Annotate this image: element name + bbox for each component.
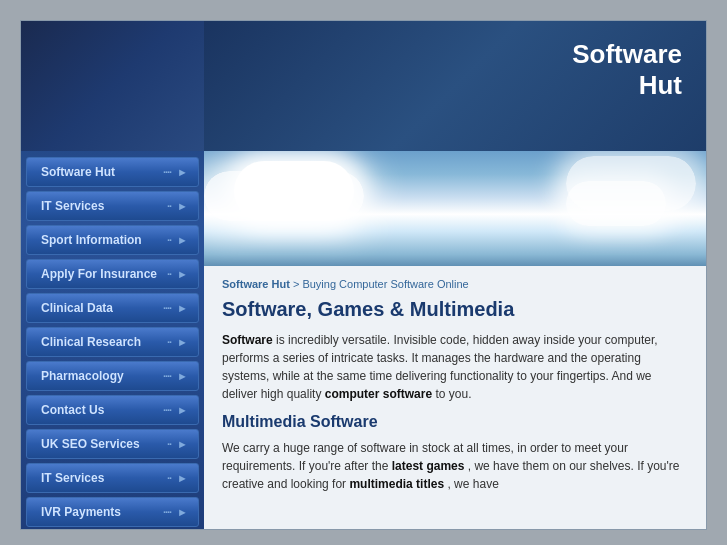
sidebar-item-uk-seo-services[interactable]: UK SEO Services ·· ►: [26, 429, 199, 459]
sidebar-item-dots-arrow: ···· ►: [163, 166, 188, 178]
section-title-multimedia: Multimedia Software: [222, 413, 688, 431]
sidebar-item-label: Contact Us: [41, 403, 104, 417]
sidebar-item-label: Clinical Data: [41, 301, 113, 315]
sidebar-item-it-services-2[interactable]: IT Services ·· ►: [26, 463, 199, 493]
sidebar-item-label: Software Hut: [41, 165, 115, 179]
sidebar-item-label: Apply For Insurance: [41, 267, 157, 281]
sidebar-item-dots-arrow: ···· ►: [163, 302, 188, 314]
breadcrumb-current: Buying Computer Software Online: [302, 278, 468, 290]
breadcrumb-separator: >: [293, 278, 299, 290]
header-title: Software Hut: [572, 39, 682, 101]
header-banner: Software Hut: [204, 21, 706, 151]
body-paragraph-2: We carry a huge range of software in sto…: [222, 439, 688, 493]
sidebar-item-label: Clinical Research: [41, 335, 141, 349]
page-title: Software, Games & Multimedia: [222, 298, 688, 321]
breadcrumb-link[interactable]: Software Hut: [222, 278, 290, 290]
sidebar-item-pharmacology[interactable]: Pharmacology ···· ►: [26, 361, 199, 391]
cloud-decoration-3: [566, 156, 696, 211]
page-wrapper: Software Hut ···· ► IT Services ·· ► Spo…: [20, 20, 707, 530]
sidebar-item-contact-us[interactable]: Contact Us ···· ►: [26, 395, 199, 425]
sidebar-item-ivr-payments[interactable]: IVR Payments ···· ►: [26, 497, 199, 527]
sidebar-item-dots-arrow: ·· ►: [167, 200, 188, 212]
computer-software-bold: computer software: [325, 387, 432, 401]
sidebar-item-dots-arrow: ·· ►: [167, 234, 188, 246]
sidebar-item-clinical-research[interactable]: Clinical Research ·· ►: [26, 327, 199, 357]
sidebar-item-label: IT Services: [41, 199, 104, 213]
sidebar-item-label: IVR Payments: [41, 505, 121, 519]
sidebar-item-dots-arrow: ·· ►: [167, 438, 188, 450]
body-paragraph-1: Software is incredibly versatile. Invisi…: [222, 331, 688, 403]
sidebar-item-clinical-data[interactable]: Clinical Data ···· ►: [26, 293, 199, 323]
sidebar-item-apply-for-insurance[interactable]: Apply For Insurance ·· ►: [26, 259, 199, 289]
sidebar-nav: Software Hut ···· ► IT Services ·· ► Spo…: [21, 151, 204, 529]
sidebar-item-it-services-1[interactable]: IT Services ·· ►: [26, 191, 199, 221]
software-bold: Software: [222, 333, 273, 347]
sidebar-item-dots-arrow: ···· ►: [163, 404, 188, 416]
sidebar-item-dots-arrow: ···· ►: [163, 506, 188, 518]
sidebar-logo: [21, 21, 204, 151]
sidebar-item-software-hut[interactable]: Software Hut ···· ►: [26, 157, 199, 187]
sidebar-item-label: Pharmacology: [41, 369, 124, 383]
sidebar-item-label: Sport Information: [41, 233, 142, 247]
breadcrumb: Software Hut > Buying Computer Software …: [222, 278, 688, 290]
cloud-image: [204, 151, 706, 266]
content-area: Software Hut > Buying Computer Software …: [204, 266, 706, 529]
sidebar-item-label: UK SEO Services: [41, 437, 140, 451]
sidebar-item-dots-arrow: ·· ►: [167, 268, 188, 280]
latest-games-bold: latest games: [392, 459, 465, 473]
sidebar: Software Hut ···· ► IT Services ·· ► Spo…: [21, 21, 204, 529]
para1-end: to you.: [435, 387, 471, 401]
sidebar-item-label: IT Services: [41, 471, 104, 485]
sidebar-item-sport-information[interactable]: Sport Information ·· ►: [26, 225, 199, 255]
sidebar-item-dots-arrow: ···· ►: [163, 370, 188, 382]
multimedia-titles-bold: multimedia titles: [349, 477, 444, 491]
main-content: Software Hut Software Hut > Buying Compu…: [204, 21, 706, 529]
sidebar-item-dots-arrow: ·· ►: [167, 472, 188, 484]
para2-end: , we have: [447, 477, 498, 491]
sidebar-item-dots-arrow: ·· ►: [167, 336, 188, 348]
